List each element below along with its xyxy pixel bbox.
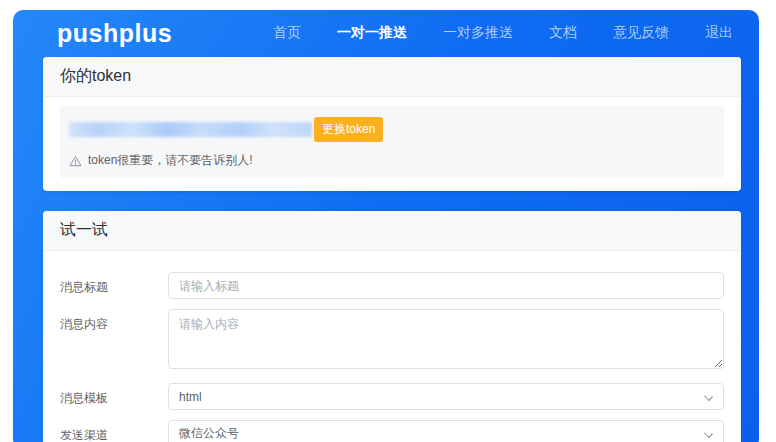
- token-card-title: 你的token: [43, 57, 741, 97]
- nav-item-home[interactable]: 首页: [273, 24, 301, 42]
- nav-item-feedback[interactable]: 意见反馈: [613, 24, 669, 42]
- channel-select[interactable]: 微信公众号: [168, 420, 724, 442]
- form-row-title: 消息标题: [60, 272, 724, 299]
- chevron-down-icon: [704, 429, 713, 438]
- token-value-redacted: [69, 122, 312, 137]
- try-card-body: 消息标题 消息内容 消息模板 html: [43, 251, 741, 442]
- template-select[interactable]: html: [168, 383, 724, 410]
- form-row-template: 消息模板 html: [60, 383, 724, 410]
- nav-menu: 首页 一对一推送 一对多推送 文档 意见反馈 退出: [273, 24, 733, 42]
- form-row-content: 消息内容: [60, 309, 724, 373]
- token-warning-text: token很重要，请不要告诉别人!: [88, 152, 253, 169]
- change-token-button[interactable]: 更换token: [314, 117, 383, 142]
- main-content: 你的token 更换token token很重要，请不要告诉别人!: [13, 56, 759, 442]
- content-textarea[interactable]: [168, 309, 724, 369]
- nav-item-one-to-many[interactable]: 一对多推送: [443, 24, 513, 42]
- token-card: 你的token 更换token token很重要，请不要告诉别人!: [43, 57, 741, 191]
- content-label: 消息内容: [60, 309, 168, 333]
- token-warning: token很重要，请不要告诉别人!: [69, 152, 712, 169]
- channel-selected-value: 微信公众号: [179, 425, 239, 442]
- token-panel: 更换token token很重要，请不要告诉别人!: [60, 106, 724, 178]
- warning-triangle-icon: [69, 155, 82, 167]
- chevron-down-icon: [704, 392, 713, 401]
- try-card: 试一试 消息标题 消息内容 消息模板: [43, 211, 741, 442]
- nav-item-one-to-one[interactable]: 一对一推送: [337, 24, 407, 42]
- title-label: 消息标题: [60, 272, 168, 296]
- title-input[interactable]: [168, 272, 724, 299]
- top-nav: pushplus 首页 一对一推送 一对多推送 文档 意见反馈 退出: [13, 10, 759, 56]
- try-card-title: 试一试: [43, 211, 741, 251]
- token-card-body: 更换token token很重要，请不要告诉别人!: [43, 97, 741, 191]
- template-selected-value: html: [179, 390, 202, 404]
- token-row: 更换token: [69, 117, 712, 142]
- form-row-channel: 发送渠道 微信公众号: [60, 420, 724, 442]
- channel-label: 发送渠道: [60, 420, 168, 442]
- page-background: pushplus 首页 一对一推送 一对多推送 文档 意见反馈 退出 你的tok…: [13, 10, 759, 442]
- nav-item-docs[interactable]: 文档: [549, 24, 577, 42]
- nav-item-logout[interactable]: 退出: [705, 24, 733, 42]
- template-label: 消息模板: [60, 383, 168, 407]
- brand-logo[interactable]: pushplus: [57, 19, 172, 48]
